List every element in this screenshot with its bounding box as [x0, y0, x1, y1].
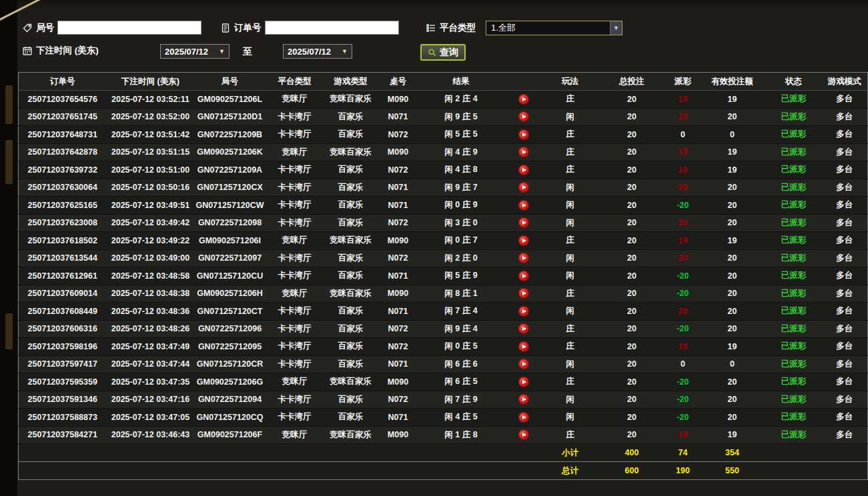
cell-game-mode: 多台 [822, 161, 868, 179]
column-header: 结果 [419, 73, 504, 91]
cell-result: 闲 5 庄 9 [419, 267, 504, 285]
cell-platform: 卡卡湾厅 [266, 303, 324, 321]
cell-platform: 竞咪厅 [266, 285, 324, 303]
query-button-label: 查询 [440, 47, 458, 59]
platform-type-filter: 平台类型 1.全部 ▼ [425, 21, 622, 35]
cell-play-type: 闲 [544, 391, 597, 409]
cell-result: 闲 1 庄 8 [419, 426, 504, 444]
play-icon [522, 150, 526, 154]
cell-platform: 竞咪厅 [266, 91, 324, 109]
cell-round-no: GN07225712097 [195, 249, 266, 267]
total-total-bet: 600 [597, 462, 667, 480]
play-video-button[interactable] [518, 165, 529, 175]
cell-result: 闲 4 庄 9 [419, 143, 504, 161]
play-video-button[interactable] [518, 341, 529, 352]
play-video-button[interactable] [518, 235, 529, 246]
cell-total-bet: 20 [597, 391, 667, 409]
cell-round-no: GM0902571206I [195, 232, 266, 250]
play-icon [522, 362, 526, 366]
cell-bet-time: 2025-07-12 03:48:36 [107, 303, 195, 321]
cell-game-type: 竞咪百家乐 [324, 285, 378, 303]
cell-payout: 19 [667, 91, 699, 109]
cell-play-video [504, 232, 544, 250]
play-video-button[interactable] [518, 111, 529, 122]
date-from-value: 2025/07/12 [165, 47, 208, 57]
play-video-button[interactable] [518, 429, 529, 440]
cell-result: 闲 9 庄 7 [419, 179, 504, 197]
cell-payout: -20 [667, 197, 699, 215]
cell-platform: 卡卡湾厅 [266, 197, 324, 215]
date-to-picker[interactable]: 2025/07/12 ▼ [283, 44, 352, 59]
column-header: 下注时间 (美东) [107, 73, 195, 91]
platform-type-select[interactable]: 1.全部 ▼ [486, 21, 622, 35]
query-button[interactable]: 查询 [420, 44, 466, 61]
play-video-button[interactable] [518, 182, 529, 193]
cell-round-no: GN07225712098 [195, 214, 266, 232]
order-number-label: 订单号 [234, 22, 262, 34]
cell-order-no: 250712037642878 [19, 143, 107, 161]
play-video-button[interactable] [518, 359, 529, 369]
order-number-input[interactable] [265, 21, 399, 35]
cell-result: 闲 4 庄 8 [419, 161, 504, 179]
play-video-button[interactable] [518, 288, 529, 299]
cell-platform: 卡卡湾厅 [266, 161, 324, 179]
cell-game-type: 竞咪百家乐 [324, 232, 378, 250]
play-video-button[interactable] [518, 323, 529, 334]
play-video-button[interactable] [518, 377, 529, 387]
cell-valid-bet: 20 [699, 409, 766, 427]
search-icon [428, 48, 437, 57]
cell-game-mode: 多台 [822, 338, 868, 356]
cell-empty [266, 462, 324, 480]
cell-table-no: N072 [378, 391, 419, 409]
play-video-button[interactable] [518, 217, 529, 228]
play-video-button[interactable] [518, 394, 529, 405]
cell-result: 闲 7 庄 4 [419, 303, 504, 321]
cell-empty [324, 444, 378, 462]
cell-table-no: M090 [378, 232, 419, 250]
play-video-button[interactable] [518, 306, 529, 317]
cell-play-video [504, 338, 544, 356]
date-from-picker[interactable]: 2025/07/12 ▼ [160, 44, 230, 59]
cell-table-no: N071 [378, 267, 419, 285]
cell-status: 已派彩 [766, 161, 822, 179]
round-number-input[interactable] [57, 21, 201, 35]
cell-round-no: GM0902571206H [195, 285, 266, 303]
play-video-button[interactable] [518, 253, 529, 263]
play-icon [522, 203, 526, 207]
cell-payout: 20 [667, 179, 699, 197]
cell-bet-time: 2025-07-12 03:49:51 [107, 197, 195, 215]
cell-play-video [504, 91, 544, 109]
cell-empty [766, 462, 822, 480]
play-video-button[interactable] [518, 94, 529, 105]
play-video-button[interactable] [518, 200, 529, 211]
cell-status: 已派彩 [766, 373, 822, 391]
cell-status: 已派彩 [766, 320, 822, 338]
cell-platform: 卡卡湾厅 [266, 214, 324, 232]
document-icon [220, 22, 231, 33]
cell-valid-bet: 20 [699, 179, 766, 197]
date-to-value: 2025/07/12 [288, 47, 331, 57]
list-icon [425, 23, 436, 34]
play-icon [522, 433, 526, 437]
cell-table-no: N072 [378, 161, 419, 179]
cell-payout: 20 [667, 303, 699, 321]
play-video-button[interactable] [518, 147, 529, 157]
cell-round-no: GM0902571206L [195, 91, 266, 109]
cell-play-type: 庄 [544, 232, 597, 250]
cell-status: 已派彩 [766, 267, 822, 285]
cell-play-type: 闲 [544, 197, 597, 215]
table-row: 2507120376063162025-07-12 03:48:26GN0722… [19, 320, 868, 338]
platform-type-value: 1.全部 [491, 22, 516, 34]
table-row: 2507120376084492025-07-12 03:48:36GN0712… [19, 303, 868, 321]
cell-bet-time: 2025-07-12 03:49:00 [107, 249, 195, 267]
cell-platform: 卡卡湾厅 [266, 249, 324, 267]
cell-platform: 卡卡湾厅 [266, 409, 324, 427]
cell-payout: -20 [667, 267, 699, 285]
cell-valid-bet: 20 [699, 285, 766, 303]
cell-round-no: GN0722571209B [195, 126, 266, 144]
play-icon [522, 97, 526, 101]
cell-valid-bet: 0 [699, 355, 766, 373]
play-video-button[interactable] [518, 412, 529, 423]
play-video-button[interactable] [518, 271, 529, 281]
play-video-button[interactable] [518, 129, 529, 140]
